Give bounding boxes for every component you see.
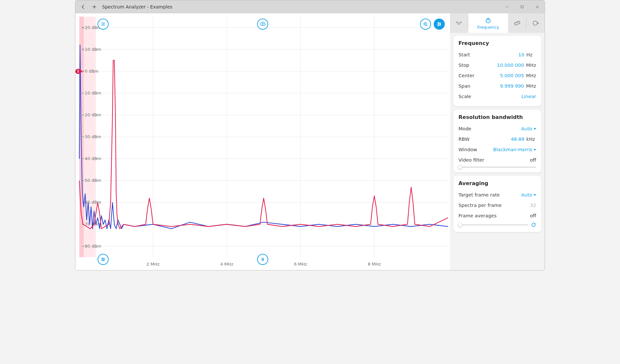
refresh-icon[interactable] <box>531 222 536 227</box>
side-panel: Frequency Frequency Start 10 <box>450 13 545 270</box>
svg-point-41 <box>533 21 537 25</box>
vfilter-label: Video filter <box>458 157 484 163</box>
settings-sliders-button[interactable] <box>434 19 445 30</box>
svg-text:2 MHz: 2 MHz <box>147 262 160 267</box>
new-tab-button[interactable] <box>91 4 98 10</box>
chart-canvas: +20 dBm+10 dBm+0 dBm−10 dBm−20 dBm−30 dB… <box>75 13 450 270</box>
spf-label: Spectra per frame <box>458 203 502 208</box>
svg-text:6 MHz: 6 MHz <box>294 262 307 267</box>
averaging-card: Averaging Target frame rate Auto Spectra… <box>453 176 541 232</box>
maximize-button[interactable] <box>515 0 530 13</box>
svg-point-34 <box>438 22 439 23</box>
svg-rect-37 <box>262 258 262 261</box>
svg-point-36 <box>438 25 439 26</box>
frequency-card: Frequency Start 10 Hz Stop 10.000 000 MH… <box>453 36 541 106</box>
menu-button[interactable] <box>98 19 109 30</box>
target-frame-dropdown[interactable]: Auto <box>521 192 536 197</box>
svg-text:−10 dBm: −10 dBm <box>81 91 101 95</box>
stop-value[interactable]: 10.000 000 <box>497 63 524 68</box>
svg-rect-40 <box>514 21 520 25</box>
tab-frequency[interactable]: Frequency <box>468 13 508 33</box>
svg-text:4 MHz: 4 MHz <box>220 262 233 267</box>
rbw-mode-label: Mode <box>458 126 472 131</box>
target-frame-label: Target frame rate <box>458 192 500 197</box>
back-button[interactable] <box>80 4 86 10</box>
frame-avg-slider[interactable] <box>458 224 528 226</box>
center-label: Center <box>458 73 474 78</box>
close-button[interactable] <box>530 0 545 13</box>
center-value[interactable]: 5.000 005 <box>500 73 524 78</box>
rbw-window-dropdown[interactable]: Blackman-Harris <box>493 147 536 152</box>
rbw-label: RBW <box>458 137 470 142</box>
svg-point-39 <box>486 19 490 23</box>
frame-avg-label: Frame averages <box>458 213 497 218</box>
scale-dropdown[interactable]: Linear <box>521 94 536 99</box>
zoom-reset-button[interactable] <box>420 19 431 30</box>
stop-unit[interactable]: MHz <box>526 63 536 68</box>
start-label: Start <box>458 52 470 57</box>
panel-tabs: Frequency <box>450 13 545 33</box>
center-unit[interactable]: MHz <box>526 73 536 78</box>
marker-badge-1[interactable]: 1 <box>75 69 81 74</box>
svg-text:+10 dBm: +10 dBm <box>81 47 101 52</box>
span-label: Span <box>458 83 470 89</box>
spectrum-plot[interactable]: +20 dBm+10 dBm+0 dBm−10 dBm−20 dBm−30 dB… <box>75 13 450 270</box>
svg-text:+0 dBm: +0 dBm <box>81 69 99 74</box>
cloud-upload-button[interactable] <box>257 19 268 30</box>
tab-measure[interactable] <box>508 13 526 33</box>
pause-button[interactable] <box>257 254 268 265</box>
rbw-window-label: Window <box>458 147 477 152</box>
rbw-value[interactable]: 48.88 <box>511 137 524 142</box>
titlebar: Spectrum Analyzer - Examples <box>75 0 545 13</box>
frame-avg-value[interactable]: off <box>530 213 536 218</box>
svg-text:8 MHz: 8 MHz <box>368 262 381 267</box>
window-title: Spectrum Analyzer - Examples <box>102 4 172 9</box>
frequency-card-title: Frequency <box>458 40 536 46</box>
tab-frequency-label: Frequency <box>477 25 499 30</box>
svg-text:−40 dBm: −40 dBm <box>81 156 101 161</box>
tab-export[interactable] <box>526 13 545 33</box>
start-value[interactable]: 10 <box>519 52 524 57</box>
rbw-mode-dropdown[interactable]: Auto <box>521 126 536 131</box>
vfilter-slider[interactable] <box>458 167 536 168</box>
svg-rect-38 <box>263 258 264 261</box>
start-unit[interactable]: Hz <box>526 52 536 57</box>
span-value[interactable]: 9.999 990 <box>500 83 524 89</box>
minimize-button[interactable] <box>500 0 515 13</box>
svg-text:−50 dBm: −50 dBm <box>81 178 101 183</box>
span-unit[interactable]: MHz <box>526 83 536 89</box>
vfilter-value[interactable]: off <box>530 157 536 163</box>
averaging-card-title: Averaging <box>458 180 536 186</box>
svg-text:−30 dBm: −30 dBm <box>81 134 101 139</box>
spf-value[interactable]: 32 <box>530 203 536 208</box>
rbw-card: Resolution bandwidth Mode Auto RBW 48.88… <box>453 109 541 172</box>
grid-toggle-button[interactable] <box>98 254 109 265</box>
svg-text:−20 dBm: −20 dBm <box>81 112 101 117</box>
scale-label: Scale <box>458 94 471 99</box>
rbw-unit[interactable]: kHz <box>526 137 536 142</box>
svg-rect-0 <box>521 6 523 8</box>
tab-waveform[interactable] <box>450 13 468 33</box>
rbw-card-title: Resolution bandwidth <box>458 114 536 120</box>
svg-point-35 <box>440 24 441 25</box>
app-window: Spectrum Analyzer - Examples +20 dBm+10 … <box>75 0 545 270</box>
stop-label: Stop <box>458 63 469 68</box>
svg-text:−80 dBm: −80 dBm <box>81 244 101 249</box>
